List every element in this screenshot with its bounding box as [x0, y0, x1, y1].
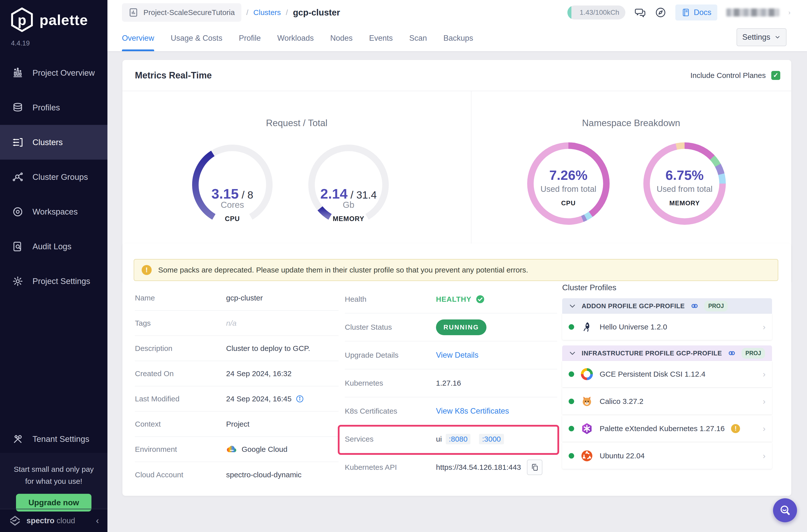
health-value: HEALTHY — [436, 295, 471, 303]
sidebar-item-label: Project Overview — [33, 68, 95, 78]
audit-log-icon — [12, 241, 23, 252]
sidebar-collapse-icon[interactable]: ‹ — [96, 515, 99, 526]
detail-value: spectro-cloud-dynamic — [226, 471, 302, 479]
namespace-breakdown-title: Namespace Breakdown — [471, 118, 791, 128]
profile-item-calico[interactable]: Calico 3.27.2 › — [562, 388, 772, 414]
sidebar-nav: Project Overview Profiles Clusters Clust… — [0, 55, 108, 299]
gce-persistent-disk-icon — [581, 368, 593, 380]
profile-item-pxk[interactable]: Palette eXtended Kubernetes 1.27.16 ! › — [562, 415, 772, 442]
settings-dropdown-button[interactable]: Settings — [736, 28, 787, 46]
svg-text:p: p — [18, 12, 26, 28]
sidebar-item-workspaces[interactable]: Workspaces — [0, 194, 108, 229]
sidebar-footer: spectro cloud ‹ — [0, 509, 108, 532]
sidebar-item-audit-logs[interactable]: Audit Logs — [0, 229, 108, 264]
breadcrumb-separator: / — [286, 8, 288, 17]
copy-api-url-button[interactable] — [527, 460, 542, 475]
sidebar-item-profiles[interactable]: Profiles — [0, 90, 108, 125]
usage-quota-text: 1.43/100kCh — [580, 5, 619, 19]
clusters-icon — [12, 137, 23, 148]
google-cloud-icon — [226, 444, 238, 454]
brand-bold: spectro — [26, 516, 54, 525]
status-label: Services — [345, 435, 436, 443]
warning-icon: ! — [142, 265, 152, 275]
upgrade-promo: Start small and only pay for what you us… — [0, 453, 108, 509]
breadcrumb-clusters-link[interactable]: Clusters — [254, 8, 281, 17]
detail-label: Context — [135, 420, 226, 428]
explore-button[interactable] — [655, 7, 667, 18]
detail-value: n/a — [226, 319, 237, 327]
user-chevron-icon[interactable]: › — [788, 9, 790, 17]
view-k8s-certificates-link[interactable]: View K8s Certificates — [436, 406, 509, 416]
sidebar-item-tenant-settings[interactable]: Tenant Settings — [0, 422, 108, 456]
docs-button[interactable]: Docs — [675, 4, 717, 20]
last-modified-value: 24 Sep 2024, 16:45 — [226, 395, 292, 403]
app-logo[interactable]: p palette — [11, 7, 88, 32]
link-icon — [728, 349, 736, 357]
cluster-status-column: Health HEALTHY Cluster Status RUNNING Up… — [345, 285, 557, 481]
profile-item-hello-universe[interactable]: Hello Universe 1.2.0 › — [562, 314, 772, 340]
cpu-gauge-label: CPU — [191, 215, 274, 223]
hello-universe-icon — [581, 321, 593, 333]
addon-profile-group: ADDON PROFILE GCP-PROFILE PROJ Hello Uni… — [562, 298, 772, 340]
profile-item-name: Calico 3.27.2 — [600, 397, 643, 406]
sidebar-item-label: Project Settings — [33, 277, 90, 286]
view-details-link[interactable]: View Details — [436, 351, 478, 360]
vertical-divider — [471, 91, 471, 248]
user-menu[interactable] — [726, 8, 779, 17]
chat-bubbles-icon — [634, 7, 646, 18]
detail-row-description: Description Cluster to deploy to GCP. — [135, 336, 339, 361]
spectro-cloud-logo-icon — [8, 514, 21, 527]
tab-nodes[interactable]: Nodes — [330, 25, 353, 51]
tab-usage-costs[interactable]: Usage & Costs — [171, 25, 222, 51]
metrics-header: Metrics Real-Time Include Control Planes… — [123, 60, 791, 91]
detail-value: 24 Sep 2024, 16:45 — [226, 395, 304, 403]
profile-item-gce-disk[interactable]: GCE Persistent Disk CSI 1.12.4 › — [562, 361, 772, 387]
docs-label: Docs — [694, 8, 712, 17]
cpu-donut-caption: Used from total — [527, 184, 609, 194]
cpu-gauge-value: 3.15 / 8 — [191, 186, 274, 202]
sidebar-item-project-settings[interactable]: Project Settings — [0, 264, 108, 299]
sidebar-item-label: Tenant Settings — [33, 434, 90, 444]
breadcrumb: Project-ScaleSecureTutoria / Clusters / … — [122, 3, 340, 22]
tab-scan[interactable]: Scan — [409, 25, 427, 51]
profile-item-name: Ubuntu 22.04 — [600, 452, 644, 460]
tab-backups[interactable]: Backups — [444, 25, 473, 51]
status-row-upgrade-details: Upgrade Details View Details — [345, 341, 557, 369]
detail-row-context: Context Project — [135, 412, 339, 437]
cpu-donut-label: CPU — [527, 199, 609, 207]
cluster-tabs: Overview Usage & Costs Profile Workloads… — [122, 25, 473, 51]
sidebar-item-clusters[interactable]: Clusters — [0, 125, 108, 159]
memory-gauge-value: 2.14 / 31.4 — [307, 186, 390, 202]
link-icon — [690, 302, 699, 310]
addon-profile-header[interactable]: ADDON PROFILE GCP-PROFILE PROJ — [562, 298, 772, 314]
profile-item-name: Hello Universe 1.2.0 — [600, 323, 667, 331]
magnifier-smile-icon — [778, 504, 791, 517]
sidebar-item-project-overview[interactable]: Project Overview — [0, 55, 108, 90]
status-label: K8s Certificates — [345, 407, 436, 415]
tab-profile[interactable]: Profile — [239, 25, 261, 51]
status-label: Upgrade Details — [345, 351, 436, 359]
include-control-planes-checkbox[interactable]: ✓ — [771, 71, 780, 80]
service-port-3000-link[interactable]: :3000 — [479, 434, 504, 444]
chat-button[interactable] — [634, 7, 646, 18]
detail-value: 24 Sep 2024, 16:32 — [226, 369, 292, 378]
search-assistant-fab[interactable] — [773, 498, 797, 522]
chevron-right-icon: › — [763, 322, 766, 332]
tab-workloads[interactable]: Workloads — [277, 25, 314, 51]
info-icon[interactable] — [296, 395, 304, 403]
profile-item-ubuntu[interactable]: Ubuntu 22.04 › — [562, 442, 772, 469]
detail-value: gcp-cluster — [226, 294, 263, 302]
status-label: Kubernetes API — [345, 463, 436, 472]
tab-overview[interactable]: Overview — [122, 25, 154, 51]
service-port-8080-link[interactable]: :8080 — [446, 434, 470, 444]
infrastructure-profile-header[interactable]: INFRASTRUCTURE PROFILE GCP-PROFILE PROJ — [562, 345, 772, 361]
detail-label: Created On — [135, 369, 226, 378]
project-selector[interactable]: Project-ScaleSecureTutoria — [122, 3, 241, 22]
status-dot — [569, 324, 574, 330]
chevron-right-icon: › — [763, 424, 766, 433]
tab-events[interactable]: Events — [369, 25, 393, 51]
detail-row-name: Name gcp-cluster — [135, 285, 339, 311]
memory-gauge: 2.14 / 31.4 Gb MEMORY — [307, 149, 390, 231]
sidebar-item-cluster-groups[interactable]: Cluster Groups — [0, 159, 108, 194]
detail-row-created-on: Created On 24 Sep 2024, 16:32 — [135, 361, 339, 386]
